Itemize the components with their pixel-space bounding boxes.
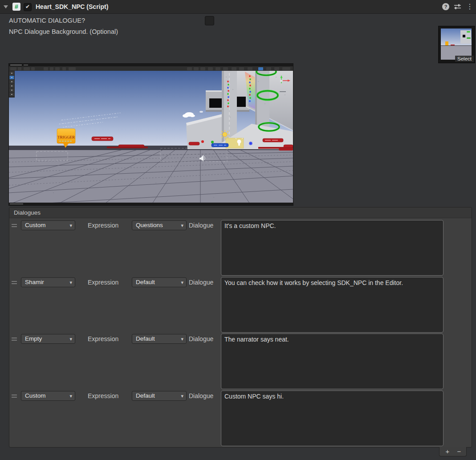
drag-handle-icon[interactable] — [12, 338, 17, 341]
list-footer: + − — [439, 447, 467, 456]
select-button[interactable]: Select — [455, 56, 474, 62]
sun-light-gizmo — [220, 130, 229, 139]
snowflake-gizmo — [249, 142, 252, 145]
drag-handle-icon[interactable] — [12, 224, 17, 227]
thumb-ring — [467, 31, 470, 33]
chevron-down-icon: ▾ — [181, 278, 183, 287]
chevron-down-icon: ▾ — [69, 334, 72, 343]
npc-background-label: NPC Dialogue Background. (Optional) — [9, 28, 118, 35]
scene-preview-svg: TRIGGER — [9, 64, 293, 205]
dialogue-label: Dialogue — [189, 392, 213, 399]
presets-icon[interactable] — [454, 3, 461, 10]
speaker-value: Custom — [25, 222, 46, 228]
texture-thumbnail — [441, 28, 472, 60]
dialogues-title: Dialogues — [14, 209, 41, 216]
drag-handle-icon[interactable] — [12, 281, 17, 284]
dialogue-textarea[interactable]: Custom NPC says hi. — [221, 391, 443, 446]
dialogue-row: Empty ▾ Expression Default ▾ Dialogue Th… — [9, 334, 472, 390]
chevron-down-icon: ▾ — [181, 221, 183, 230]
component-title: Heart_SDK_NPC (Script) — [36, 3, 108, 10]
speaker-dropdown[interactable]: Custom ▾ — [21, 220, 75, 230]
scene-preview-image: TRIGGER — [9, 64, 293, 205]
dialogue-row: Custom ▾ Expression Questions ▾ Dialogue… — [9, 220, 472, 276]
chevron-down-icon: ▾ — [181, 334, 183, 343]
svg-text:TRIGGER: TRIGGER — [57, 135, 75, 139]
expression-dropdown[interactable]: Default ▾ — [132, 277, 187, 287]
thumb-trigger-sign — [445, 41, 448, 45]
inspector-panel: # ✔ Heart_SDK_NPC (Script) ? ⋮ AUTOMATIC… — [0, 0, 476, 460]
component-enabled-checkbox[interactable]: ✔ — [24, 3, 32, 11]
speaker-value: Shamir — [25, 279, 44, 285]
npc-background-object-picker[interactable]: Select — [438, 26, 475, 63]
speaker-dropdown[interactable]: Empty ▾ — [21, 334, 75, 344]
expression-dropdown[interactable]: Default ▾ — [132, 334, 187, 344]
thumb-ring — [467, 37, 471, 39]
dialogue-label: Dialogue — [189, 335, 213, 342]
thumb-window — [463, 35, 465, 37]
expression-value: Default — [136, 335, 155, 342]
trigger-volume — [226, 138, 244, 148]
help-icon[interactable]: ? — [442, 3, 449, 10]
dialogue-label: Dialogue — [189, 222, 213, 229]
csharp-script-icon: # — [12, 3, 20, 11]
chevron-down-icon: ▾ — [181, 391, 183, 400]
drag-handle-icon[interactable] — [12, 395, 17, 398]
speaker-value: Empty — [25, 335, 42, 342]
speaker-value: Custom — [25, 392, 46, 399]
expression-dropdown[interactable]: Default ▾ — [132, 391, 187, 401]
dialogue-textarea[interactable]: You can check how it works by selecting … — [221, 277, 443, 333]
foldout-arrow-icon[interactable] — [4, 5, 8, 8]
expression-label: Expression — [88, 392, 118, 399]
automatic-dialogue-checkbox[interactable] — [205, 16, 214, 25]
expression-value: Default — [136, 392, 155, 399]
remove-element-button[interactable]: − — [455, 447, 464, 456]
speaker-dropdown[interactable]: Shamir ▾ — [21, 277, 75, 287]
chevron-down-icon: ▾ — [69, 278, 72, 287]
expression-value: Questions — [136, 222, 163, 228]
dialogues-header: Dialogues — [9, 208, 472, 218]
dialogue-label: Dialogue — [189, 279, 213, 286]
dialogue-textarea[interactable]: It's a custom NPC. — [221, 220, 443, 276]
expression-label: Expression — [88, 222, 118, 229]
expression-label: Expression — [88, 279, 118, 286]
kebab-menu-icon[interactable]: ⋮ — [466, 2, 472, 12]
component-header: # ✔ Heart_SDK_NPC (Script) ? ⋮ — [0, 0, 476, 14]
dialogues-list: Dialogues Custom ▾ Expression Questions … — [9, 207, 472, 448]
dialogue-row: Custom ▾ Expression Default ▾ Dialogue C… — [9, 391, 472, 447]
chevron-down-icon: ▾ — [69, 221, 72, 230]
automatic-dialogue-label: AUTOMATIC DIALOGUE? — [9, 17, 85, 24]
add-element-button[interactable]: + — [443, 447, 452, 456]
thumb-red-label — [451, 45, 455, 45]
dialogue-row: Shamir ▾ Expression Default ▾ Dialogue Y… — [9, 277, 472, 333]
expression-value: Default — [136, 279, 155, 285]
speaker-dropdown[interactable]: Custom ▾ — [21, 391, 75, 401]
expression-label: Expression — [88, 335, 118, 342]
chevron-down-icon: ▾ — [69, 391, 72, 400]
dialogue-textarea[interactable]: The narrator says neat. — [221, 334, 443, 389]
expression-dropdown[interactable]: Questions ▾ — [132, 220, 187, 230]
